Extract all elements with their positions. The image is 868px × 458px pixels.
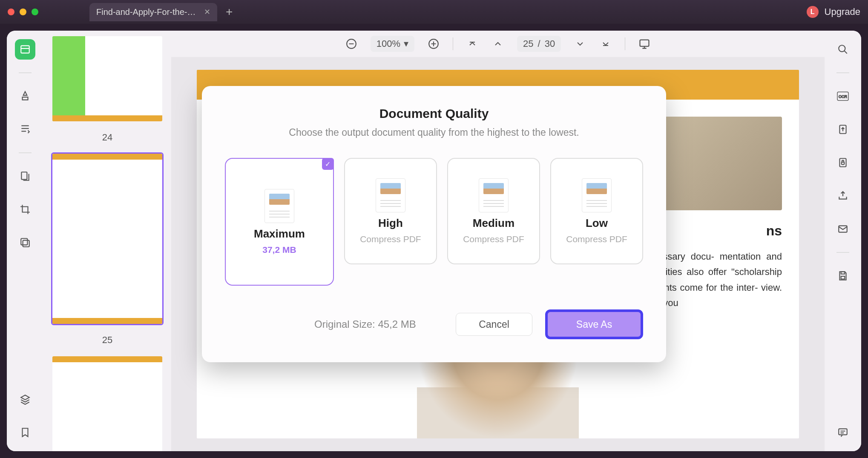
quality-label: Medium xyxy=(473,217,514,230)
quality-sublabel: 37,2 MB xyxy=(262,245,296,255)
original-size-label: Original Size: 45,2 MB xyxy=(314,318,416,330)
titlebar-right: L Upgrade xyxy=(807,6,860,18)
share-button[interactable] xyxy=(833,186,853,206)
window-controls xyxy=(8,9,38,15)
document-quality-dialog: Document Quality Choose the output docum… xyxy=(202,86,666,362)
next-page-button[interactable] xyxy=(574,37,586,50)
svg-rect-16 xyxy=(839,429,847,435)
avatar[interactable]: L xyxy=(807,6,819,18)
thumbnail-page-26[interactable] xyxy=(51,355,164,451)
svg-text:OCR: OCR xyxy=(839,94,848,99)
svg-rect-0 xyxy=(21,46,29,53)
thumbnail-page-24[interactable] xyxy=(51,35,164,123)
upgrade-button[interactable]: Upgrade xyxy=(825,6,860,17)
zoom-select[interactable]: 100% ▾ xyxy=(371,36,414,52)
reader-mode-button[interactable] xyxy=(15,39,35,60)
svg-rect-6 xyxy=(640,40,649,46)
app-window: 24 25 100% ▾ xyxy=(7,31,861,451)
email-button[interactable] xyxy=(833,219,853,239)
comments-button[interactable] xyxy=(833,422,853,443)
quality-label: High xyxy=(378,217,403,230)
quality-preview-icon xyxy=(376,178,405,212)
quality-sublabel: Compress PDF xyxy=(566,234,627,244)
quality-option-maximum[interactable]: ✓ Maximum 37,2 MB xyxy=(225,158,334,286)
minimize-window-icon[interactable] xyxy=(20,9,26,15)
right-tool-rail: OCR xyxy=(825,31,861,451)
highlight-tool-button[interactable] xyxy=(15,86,35,106)
thumbnail-label: 24 xyxy=(51,129,164,146)
svg-rect-14 xyxy=(841,272,845,274)
layers-button[interactable] xyxy=(15,389,35,409)
svg-rect-15 xyxy=(841,276,845,279)
last-page-button[interactable] xyxy=(599,37,612,50)
quality-preview-icon xyxy=(582,178,612,212)
zoom-out-button[interactable] xyxy=(345,37,358,50)
edit-text-button[interactable] xyxy=(15,119,35,140)
first-page-button[interactable] xyxy=(466,37,479,50)
new-tab-button[interactable]: + xyxy=(226,5,233,19)
thumbnail-page-25[interactable] xyxy=(51,152,164,325)
quality-label: Low xyxy=(586,217,608,230)
document-image xyxy=(663,117,782,210)
dialog-title: Document Quality xyxy=(225,106,643,121)
dialog-footer: Original Size: 45,2 MB Cancel Save As xyxy=(225,309,643,339)
maximize-window-icon[interactable] xyxy=(32,9,38,15)
convert-button[interactable] xyxy=(833,119,853,140)
svg-rect-2 xyxy=(21,238,27,245)
svg-rect-1 xyxy=(21,172,27,179)
rail-separator xyxy=(19,72,32,73)
toolbar-separator xyxy=(625,37,625,50)
zoom-value: 100% xyxy=(377,38,400,49)
close-tab-icon[interactable]: ✕ xyxy=(204,7,210,17)
save-as-button[interactable]: Save As xyxy=(545,309,643,339)
check-icon: ✓ xyxy=(322,158,334,170)
tab-title: Find-and-Apply-For-the-B… xyxy=(96,7,198,17)
titlebar: Find-and-Apply-For-the-B… ✕ + L Upgrade xyxy=(0,0,868,24)
quality-label: Maximum xyxy=(254,227,305,240)
quality-preview-icon xyxy=(479,178,509,212)
protect-button[interactable] xyxy=(833,152,853,173)
page-separator: / xyxy=(538,38,540,49)
close-window-icon[interactable] xyxy=(8,9,14,15)
rail-separator xyxy=(19,152,32,153)
toolbar-separator xyxy=(453,37,453,50)
svg-point-7 xyxy=(839,45,845,52)
page-total: 30 xyxy=(545,38,555,49)
zoom-in-button[interactable] xyxy=(427,37,440,50)
presentation-button[interactable] xyxy=(638,37,651,50)
dialog-subtitle: Choose the output document quality from … xyxy=(225,127,643,138)
rail-separator xyxy=(836,252,849,253)
organize-pages-button[interactable] xyxy=(15,166,35,186)
prev-page-button[interactable] xyxy=(491,37,504,50)
chevron-down-icon: ▾ xyxy=(404,38,408,49)
quality-sublabel: Compress PDF xyxy=(463,234,524,244)
ocr-button[interactable]: OCR xyxy=(833,86,853,106)
left-tool-rail xyxy=(7,31,43,451)
thumbnail-panel: 24 25 xyxy=(43,31,171,451)
quality-option-medium[interactable]: Medium Compress PDF xyxy=(447,158,540,264)
page-current: 25 xyxy=(523,38,533,49)
quality-options: ✓ Maximum 37,2 MB High Compress PDF Medi… xyxy=(225,158,643,286)
document-tab[interactable]: Find-and-Apply-For-the-B… ✕ xyxy=(89,3,217,21)
quality-option-low[interactable]: Low Compress PDF xyxy=(550,158,643,264)
watermark-tool-button[interactable] xyxy=(15,232,35,253)
search-button[interactable] xyxy=(833,39,853,60)
quality-preview-icon xyxy=(264,189,294,223)
svg-rect-3 xyxy=(23,240,29,247)
quality-sublabel: Compress PDF xyxy=(360,234,421,244)
crop-tool-button[interactable] xyxy=(15,199,35,220)
save-button[interactable] xyxy=(833,266,853,286)
quality-option-high[interactable]: High Compress PDF xyxy=(344,158,437,264)
svg-rect-12 xyxy=(842,162,845,164)
page-indicator[interactable]: 25 / 30 xyxy=(517,36,561,52)
thumbnail-label: 25 xyxy=(51,331,164,349)
view-toolbar: 100% ▾ 25 / 30 xyxy=(171,31,825,57)
cancel-button[interactable]: Cancel xyxy=(456,313,532,336)
rail-separator xyxy=(836,72,849,73)
bookmark-button[interactable] xyxy=(15,422,35,443)
